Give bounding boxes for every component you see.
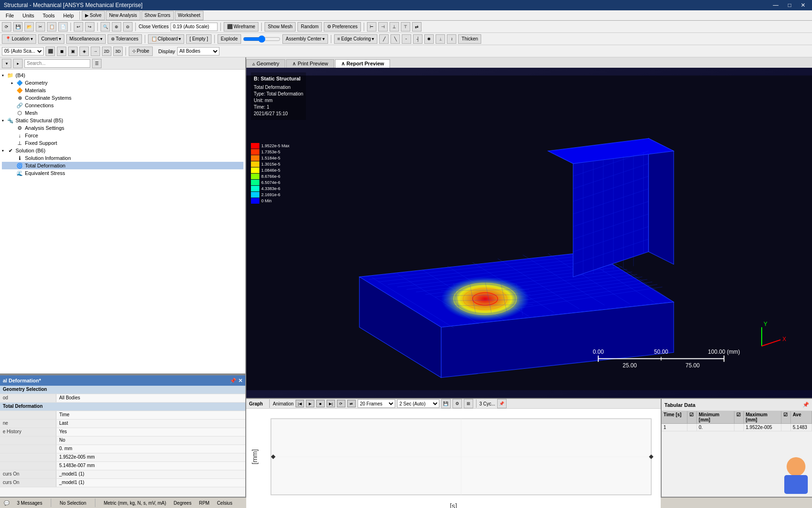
tab-report-preview[interactable]: ∧ Report Preview (335, 59, 390, 68)
panel-close-icon[interactable]: ✕ (238, 378, 242, 384)
close-vertices-input[interactable] (171, 23, 218, 31)
tree-item-solution-info[interactable]: ▸ ℹ Solution Information (2, 154, 243, 162)
tree-collapse-icon[interactable]: ▾ (2, 59, 11, 68)
view-btn-5[interactable]: → (91, 47, 100, 56)
toolbar-icon-9[interactable]: 🔍 (101, 22, 110, 32)
tree-item-force[interactable]: ▸ ↓ Force (2, 132, 243, 139)
tabular-pin-icon[interactable]: 📌 (803, 402, 809, 408)
toolbar-icon-10[interactable]: ⊕ (112, 22, 121, 32)
align-icon-2[interactable]: ⊣ (378, 22, 388, 32)
anim-export-icon[interactable]: 💾 (441, 399, 451, 408)
anim-bounce-button[interactable]: ⇄ (347, 400, 356, 407)
anim-start-button[interactable]: |◀ (296, 400, 304, 407)
tree-item-analysis-settings[interactable]: ▸ ⚙ Analysis Settings (2, 124, 243, 132)
tree-item-geometry[interactable]: ▸ 🔷 Geometry (2, 79, 243, 87)
pin-icon[interactable]: 📌 (497, 399, 507, 408)
frames-select[interactable]: 20 Frames (358, 399, 395, 408)
anim-grid-icon[interactable]: ⊞ (464, 399, 473, 408)
edge-btn-7[interactable]: ≀ (447, 34, 456, 44)
anim-end-button[interactable]: ▶| (327, 400, 335, 407)
convert-button[interactable]: Convert ▾ (38, 34, 64, 44)
show-errors-button[interactable]: Show Errors (141, 11, 174, 20)
anim-stop-button[interactable]: ■ (316, 400, 325, 407)
tree-item-connections[interactable]: ▸ 🔗 Connections (2, 102, 243, 109)
menu-help[interactable]: Help (59, 12, 78, 19)
preferences-button[interactable]: ⚙ Preferences (324, 22, 361, 32)
random-button[interactable]: Random (297, 22, 322, 32)
toolbar-icon-1[interactable]: ⟳ (2, 22, 11, 32)
location-button[interactable]: 📍 Location ▾ (2, 34, 36, 44)
edge-btn-6[interactable]: ⟂ (436, 34, 445, 44)
align-icon-1[interactable]: ⊢ (367, 22, 376, 32)
edge-coloring-button[interactable]: ≡ Edge Coloring ▾ (334, 34, 377, 44)
edge-btn-3[interactable]: ╴ (402, 34, 411, 44)
new-analysis-button[interactable]: New Analysis (106, 11, 140, 20)
viewport-3d[interactable]: B: Static Structural Total Deformation T… (246, 68, 812, 398)
tree-item-coord-sys[interactable]: ▸ ⊕ Coordinate Systems (2, 94, 243, 102)
assembly-center-button[interactable]: Assembly Center ▾ (282, 34, 328, 44)
view-btn-4[interactable]: ◈ (79, 47, 89, 56)
miscellaneous-button[interactable]: Miscellaneous ▾ (66, 34, 106, 44)
display-select[interactable]: All Bodies (177, 47, 219, 56)
solve-button[interactable]: ▶ Solve (82, 11, 105, 20)
tab-print-preview[interactable]: ∧ Print Preview (286, 59, 334, 68)
toolbar-icon-7[interactable]: ↩ (74, 22, 83, 32)
show-mesh-button[interactable]: Show Mesh (265, 22, 296, 32)
assembly-arrow: ▾ (322, 36, 325, 41)
speed-select[interactable]: 2 Sec (Auto) (397, 399, 439, 408)
tree-item-b4[interactable]: ▾ 📁 (B4) (2, 71, 243, 79)
edge-btn-2[interactable]: ╲ (390, 34, 400, 44)
toolbar-icon-11[interactable]: ⊖ (123, 22, 133, 32)
explode-button[interactable]: Explode (218, 34, 241, 44)
minimize-button[interactable]: — (770, 2, 781, 8)
tolerances-button[interactable]: ⊛ Tolerances (108, 34, 141, 44)
align-icon-4[interactable]: ⊤ (401, 22, 410, 32)
toolbar-icon-5[interactable]: 📋 (47, 22, 56, 32)
toolbar-icon-6[interactable]: 📄 (58, 22, 68, 32)
tab-geometry[interactable]: ▵ Geometry (246, 59, 285, 68)
toolbar-icon-3[interactable]: 📂 (24, 22, 34, 32)
tree-item-solution-b6[interactable]: ▾ ✔ Solution (B6) (2, 147, 243, 154)
tree-item-mesh[interactable]: ▸ ⬡ Mesh (2, 109, 243, 117)
align-icon-3[interactable]: ⊥ (390, 22, 399, 32)
toolbar-icon-4[interactable]: ✂ (36, 22, 45, 32)
scale-select[interactable]: 05 (Auto Sca... (2, 47, 44, 56)
panel-pin-icon[interactable]: 📌 (230, 378, 236, 384)
probe-button[interactable]: ⊹ Probe (129, 47, 153, 56)
view-btn-3[interactable]: ▣ (68, 47, 78, 56)
tree-search-input[interactable] (24, 59, 90, 68)
menu-file[interactable]: File (2, 12, 18, 19)
anim-settings-icon[interactable]: ⚙ (453, 399, 462, 408)
view-btn-2[interactable]: ◼ (57, 47, 66, 56)
worksheet-button[interactable]: Worksheet (175, 11, 204, 20)
menu-tools[interactable]: Tools (39, 12, 59, 19)
toolbar-icon-2[interactable]: 💾 (13, 22, 23, 32)
menu-units[interactable]: Units (19, 12, 38, 19)
tree-item-equiv-stress[interactable]: ▸ 🌊 Equivalent Stress (2, 169, 243, 177)
tree-expand-icon[interactable]: ▸ (13, 59, 23, 68)
maximize-button[interactable]: □ (785, 2, 794, 8)
tree-filter-icon[interactable]: ☰ (92, 59, 102, 68)
edge-btn-5[interactable]: ✱ (424, 34, 434, 44)
edge-btn-4[interactable]: ┤ (413, 34, 422, 44)
character-area (662, 431, 812, 497)
anim-loop-button[interactable]: ⟳ (337, 400, 345, 407)
close-button[interactable]: ✕ (798, 2, 808, 8)
tree-item-total-deform[interactable]: ▸ 🌀 Total Deformation (2, 162, 243, 169)
transfer-icon[interactable]: ⇄ (412, 22, 422, 32)
edge-btn-1[interactable]: ╱ (379, 34, 389, 44)
view-btn-1[interactable]: ⬛ (46, 47, 55, 56)
thicken-button[interactable]: Thicken (458, 34, 481, 44)
coord-icon: ⊕ (16, 95, 23, 101)
anim-play-button[interactable]: ▶ (306, 400, 314, 407)
explode-slider[interactable] (243, 35, 281, 43)
wireframe-button[interactable]: ⬛ Wireframe (224, 22, 258, 32)
empty-button[interactable]: [ Empty ] (186, 34, 211, 44)
view-btn-6[interactable]: 2D (102, 47, 111, 56)
clipboard-button[interactable]: 📋 Clipboard ▾ (148, 34, 185, 44)
tree-item-fixed-support[interactable]: ▸ ⊥ Fixed Support (2, 139, 243, 147)
toolbar-icon-8[interactable]: ↪ (85, 22, 94, 32)
view-btn-7[interactable]: 3D (113, 47, 123, 56)
tree-item-materials[interactable]: ▸ 🔶 Materials (2, 87, 243, 94)
tree-item-static-b5[interactable]: ▾ 🔩 Static Structural (B5) (2, 117, 243, 124)
